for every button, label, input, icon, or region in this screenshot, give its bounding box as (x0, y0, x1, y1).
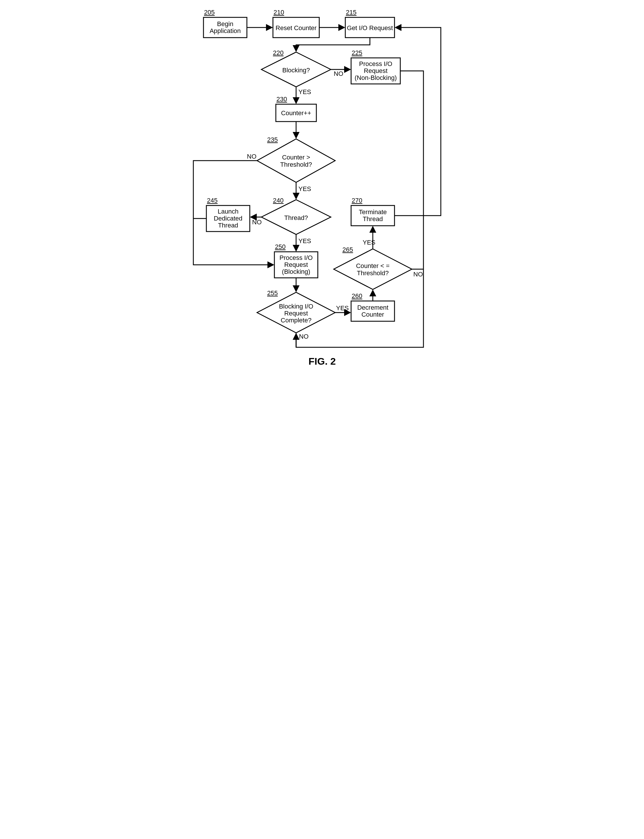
svg-text:(Blocking): (Blocking) (282, 268, 310, 275)
svg-text:Reset Counter: Reset Counter (276, 24, 317, 31)
svg-text:YES: YES (363, 239, 375, 246)
ref-250: 250 (275, 243, 286, 250)
svg-text:Request: Request (284, 261, 308, 268)
svg-text:Begin: Begin (217, 20, 233, 28)
svg-text:YES: YES (336, 304, 349, 312)
svg-text:Process I/O: Process I/O (279, 254, 312, 261)
svg-text:Decrement: Decrement (357, 304, 388, 311)
edge-270-215 (394, 28, 441, 216)
ref-235: 235 (267, 136, 278, 143)
svg-text:Counter >: Counter > (282, 154, 310, 161)
svg-text:YES: YES (298, 185, 311, 192)
svg-text:Complete?: Complete? (281, 317, 311, 324)
svg-text:NO: NO (252, 218, 262, 226)
svg-text:Request: Request (284, 310, 308, 317)
ref-220: 220 (273, 49, 284, 56)
svg-text:Application: Application (210, 27, 241, 34)
svg-text:Thread: Thread (363, 215, 383, 223)
ref-215: 215 (346, 9, 356, 16)
ref-245: 245 (207, 197, 218, 204)
svg-text:YES: YES (298, 88, 311, 95)
svg-text:Counter: Counter (361, 311, 384, 318)
svg-text:NO: NO (334, 70, 343, 77)
edge-215-220 (296, 38, 370, 51)
ref-255: 255 (267, 289, 278, 297)
svg-text:Terminate: Terminate (359, 209, 387, 216)
flowchart: 205 Begin Application 210 Reset Counter … (177, 0, 467, 376)
ref-240: 240 (273, 197, 284, 204)
ref-270: 270 (352, 197, 362, 204)
svg-text:Thread: Thread (218, 222, 238, 229)
svg-text:Thread?: Thread? (284, 214, 308, 222)
svg-text:Process I/O: Process I/O (359, 60, 392, 67)
svg-text:NO: NO (299, 333, 309, 340)
ref-225: 225 (352, 49, 362, 56)
svg-text:Counter < =: Counter < = (356, 262, 389, 269)
svg-text:Threshold?: Threshold? (280, 161, 312, 168)
ref-265: 265 (342, 246, 353, 253)
svg-text:Blocking I/O: Blocking I/O (279, 303, 313, 310)
figure-label: FIG. 2 (308, 356, 335, 367)
svg-text:Threshold?: Threshold? (356, 269, 388, 277)
svg-text:Get I/O Request: Get I/O Request (347, 24, 393, 31)
svg-text:Request: Request (364, 67, 388, 74)
svg-text:NO: NO (413, 271, 423, 278)
ref-230: 230 (276, 95, 287, 103)
svg-text:NO: NO (247, 153, 256, 160)
svg-text:Dedicated: Dedicated (214, 215, 242, 222)
ref-210: 210 (274, 9, 284, 16)
ref-205: 205 (204, 9, 215, 16)
svg-text:YES: YES (298, 237, 311, 245)
svg-text:Blocking?: Blocking? (282, 67, 310, 74)
svg-text:Counter++: Counter++ (281, 109, 311, 117)
ref-260: 260 (352, 292, 362, 300)
svg-text:Launch: Launch (217, 208, 238, 215)
svg-text:(Non-Blocking): (Non-Blocking) (355, 74, 397, 81)
